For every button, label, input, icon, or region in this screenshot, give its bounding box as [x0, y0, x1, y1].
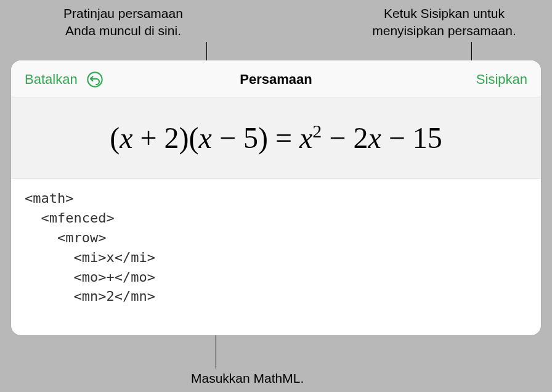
code-line: <mn>2</mn>	[25, 288, 155, 304]
callout-mathml: Masukkan MathML.	[191, 370, 363, 387]
callout-preview-line1: Pratinjau persamaan	[63, 6, 183, 20]
code-line: <mi>x</mi>	[25, 250, 155, 265]
undo-icon[interactable]	[85, 70, 105, 89]
callout-insert: Ketuk Sisipkan untuk menyisipkan persama…	[355, 5, 534, 40]
svg-point-0	[87, 72, 102, 86]
equation-preview: (x + 2)(x − 5) = x2 − 2x − 15	[11, 97, 541, 179]
insert-button[interactable]: Sisipkan	[476, 71, 527, 88]
dialog-header: Batalkan Persamaan Sisipkan	[11, 60, 541, 97]
header-left-group: Batalkan	[25, 70, 105, 89]
callout-mathml-text: Masukkan MathML.	[191, 371, 304, 385]
equation-rendered: (x + 2)(x − 5) = x2 − 2x − 15	[110, 121, 442, 155]
callout-preview: Pratinjau persamaan Anda muncul di sini.	[37, 5, 209, 40]
mathml-input[interactable]: <math> <mfenced> <mrow> <mi>x</mi> <mo>+…	[11, 179, 541, 316]
code-line: <mfenced>	[25, 210, 115, 226]
code-line: <mrow>	[25, 230, 106, 245]
callout-preview-line2: Anda muncul di sini.	[65, 23, 181, 38]
callout-insert-line1: Ketuk Sisipkan untuk	[384, 6, 505, 20]
cancel-button[interactable]: Batalkan	[25, 71, 78, 88]
callout-insert-line2: menyisipkan persamaan.	[372, 23, 516, 38]
dialog-title: Persamaan	[240, 71, 312, 88]
callout-leader-mathml	[216, 333, 216, 369]
code-line: <mo>+</mo>	[25, 269, 155, 285]
code-line: <math>	[25, 190, 73, 206]
equation-dialog: Batalkan Persamaan Sisipkan (x + 2)(x − …	[11, 60, 541, 335]
